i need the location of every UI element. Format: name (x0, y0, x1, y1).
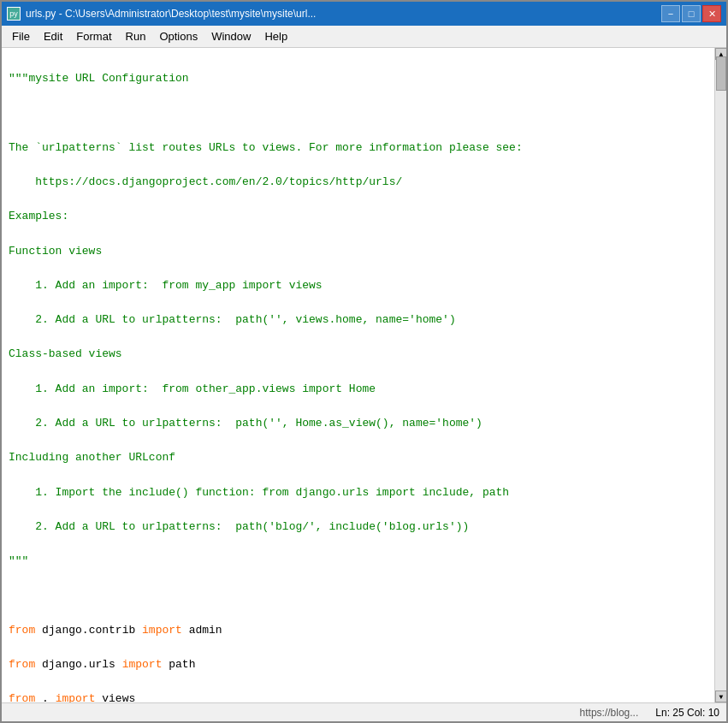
code-line (9, 104, 707, 121)
menu-bar: File Edit Format Run Options Window Help (2, 26, 726, 48)
url-hint: https://blog... (580, 707, 639, 719)
close-button[interactable]: ✕ (702, 5, 721, 22)
scrollbar-vertical[interactable]: ▲ ▼ (714, 48, 726, 702)
code-line: from django.contrib import admin (9, 622, 707, 639)
code-line: 1. Add an import: from other_app.views i… (9, 381, 707, 398)
code-line: Examples: (9, 208, 707, 225)
code-line: 1. Add an import: from my_app import vie… (9, 277, 707, 294)
code-line: from . import views (9, 690, 707, 702)
menu-help[interactable]: Help (257, 28, 294, 44)
title-bar: py urls.py - C:\Users\Administrator\Desk… (2, 2, 726, 26)
menu-format[interactable]: Format (69, 28, 118, 44)
maximize-button[interactable]: □ (682, 5, 701, 22)
code-line: 2. Add a URL to urlpatterns: path('', vi… (9, 311, 707, 329)
code-line (9, 587, 707, 604)
window-title: urls.py - C:\Users\Administrator\Desktop… (26, 8, 316, 20)
title-bar-left: py urls.py - C:\Users\Administrator\Desk… (7, 7, 316, 21)
editor-container: """mysite URL Configuration The `urlpatt… (2, 48, 726, 702)
code-line: from django.urls import path (9, 656, 707, 673)
main-window: py urls.py - C:\Users\Administrator\Desk… (0, 0, 728, 723)
code-line: Including another URLconf (9, 449, 707, 466)
cursor-position: Ln: 25 Col: 10 (655, 707, 719, 719)
menu-options[interactable]: Options (152, 28, 204, 44)
menu-run[interactable]: Run (119, 28, 153, 44)
code-line: """ (9, 553, 707, 570)
code-line: 2. Add a URL to urlpatterns: path('', Ho… (9, 415, 707, 432)
code-line: 1. Import the include() function: from d… (9, 484, 707, 501)
status-bar: https://blog... Ln: 25 Col: 10 (2, 702, 726, 721)
editor-content[interactable]: """mysite URL Configuration The `urlpatt… (2, 48, 714, 702)
scroll-down-arrow[interactable]: ▼ (715, 690, 726, 702)
code-line: 2. Add a URL to urlpatterns: path('blog/… (9, 519, 707, 536)
title-controls: − □ ✕ (661, 5, 721, 22)
app-icon: py (7, 7, 21, 21)
menu-file[interactable]: File (5, 28, 37, 44)
menu-window[interactable]: Window (204, 28, 257, 44)
code-line: Function views (9, 243, 707, 260)
code-line: The `urlpatterns` list routes URLs to vi… (9, 139, 707, 157)
code-line: https://docs.djangoproject.com/en/2.0/to… (9, 174, 707, 191)
code-line: Class-based views (9, 346, 707, 363)
scroll-thumb[interactable] (716, 56, 726, 91)
code-line: """mysite URL Configuration (9, 70, 707, 87)
minimize-button[interactable]: − (661, 5, 680, 22)
menu-edit[interactable]: Edit (37, 28, 69, 44)
